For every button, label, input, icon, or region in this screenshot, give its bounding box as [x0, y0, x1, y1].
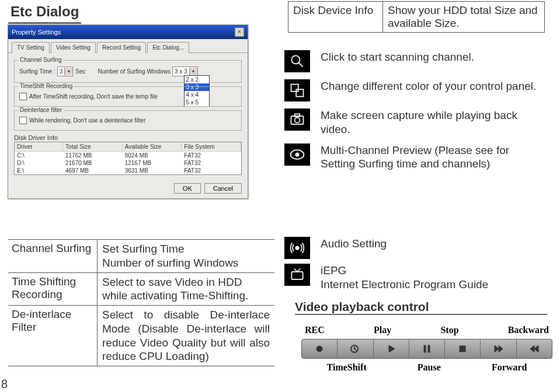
disk-device-info-table: Disk Device Info Show your HDD total Siz…: [288, 1, 545, 33]
timeshift-checkbox-label: After TimeShift recording, Don't save th…: [29, 93, 158, 100]
mini-table-desc: Show your HDD total Size and available S…: [383, 2, 545, 33]
cell-total: 21670 MB: [63, 159, 123, 167]
iepg-full: Internet Electronic Program Guide: [321, 278, 488, 290]
desc-scan-channel: Click to start scanning channel.: [321, 50, 474, 64]
iepg-label: iEPG: [321, 264, 346, 276]
def-definition: Select to disable De-interlace Mode (Dis…: [98, 306, 274, 366]
col-file-system: File System: [182, 142, 241, 152]
disk-driver-table: Driver Total Size Available Size File Sy…: [14, 142, 242, 175]
svg-rect-10: [291, 272, 302, 279]
cell-avail: 12167 MB: [123, 159, 182, 167]
iepg-icon: [284, 264, 310, 286]
cell-avail: 3631 MB: [123, 167, 182, 174]
dialog-body: Channel Surfing Surfing Time : 3 ▾ Sec N…: [8, 53, 248, 180]
forward-button[interactable]: [481, 340, 516, 358]
disk-table-row: C:\ 11762 MB 8024 MB FAT32: [15, 152, 241, 159]
cancel-button[interactable]: Cancel: [204, 183, 242, 194]
mini-table-term: Disk Device Info: [288, 2, 383, 33]
svg-rect-5: [295, 114, 300, 116]
surfing-time-value: 3: [60, 68, 63, 75]
desc-screen-capture: Make screen capture while playing back v…: [321, 108, 544, 136]
play-button[interactable]: [374, 340, 409, 358]
svg-point-9: [295, 246, 300, 250]
label-play: Play: [374, 325, 391, 335]
multichannel-preview-icon: [284, 144, 310, 166]
label-stop: Stop: [440, 325, 458, 335]
tab-video-setting[interactable]: Video Setting: [51, 42, 96, 53]
dialog-close-button[interactable]: ×: [235, 27, 244, 37]
tab-etc-dialog[interactable]: Etc Dialog...: [147, 42, 189, 53]
surfing-time-label: Surfing Time :: [19, 68, 55, 75]
legend-deinterlace: Deinterlace filter: [18, 107, 64, 113]
backward-button[interactable]: [517, 340, 552, 358]
fieldset-deinterlace: Deinterlace filter While rendering, Don'…: [14, 110, 242, 131]
color-panel-icon: [284, 79, 310, 102]
legend-channel-surfing: Channel Surfing: [18, 57, 64, 63]
svg-rect-15: [428, 345, 430, 352]
svg-rect-14: [424, 345, 426, 352]
svg-marker-19: [534, 345, 538, 352]
audio-setting-icon: [284, 237, 310, 259]
svg-point-6: [295, 118, 300, 123]
def-term: Channel Surfing: [8, 240, 98, 272]
video-playback-control: REC Play Stop Backward TimeShift Pause F…: [301, 325, 552, 373]
dialog-buttons: OK Cancel: [8, 180, 248, 198]
svg-marker-17: [495, 345, 499, 352]
icon-description-list: Click to start scanning channel. Change …: [284, 50, 544, 178]
dialog-title-text: Property Settings: [12, 29, 61, 36]
rec-button[interactable]: [302, 340, 338, 358]
fieldset-channel-surfing: Channel Surfing Surfing Time : 3 ▾ Sec N…: [14, 60, 242, 83]
svg-marker-18: [499, 345, 503, 352]
svg-point-8: [295, 152, 300, 156]
disk-table-row: E:\ 4697 MB 3631 MB FAT32: [15, 167, 241, 174]
tab-record-setting[interactable]: Record Setting: [97, 42, 146, 53]
svg-point-11: [316, 346, 322, 352]
def-term: De-interlace Filter: [8, 306, 98, 366]
disk-info-label: Disk Driver Info: [14, 134, 242, 141]
ok-button[interactable]: OK: [174, 183, 201, 194]
cell-fs: FAT32: [182, 159, 241, 167]
label-timeshift: TimeShift: [327, 362, 367, 373]
cell-fs: FAT32: [182, 152, 241, 159]
fieldset-timeshift-recording: TimeShift Recording After TimeShift reco…: [14, 86, 242, 107]
col-driver: Driver: [15, 142, 63, 152]
chevron-down-icon: ▾: [64, 68, 72, 75]
desc-change-color: Change different color of your control p…: [321, 79, 536, 93]
legend-timeshift: TimeShift Recording: [18, 83, 74, 89]
svg-marker-20: [530, 345, 534, 352]
disk-table-header: Driver Total Size Available Size File Sy…: [15, 142, 241, 152]
num-windows-value: 3 x 3: [175, 68, 187, 75]
svg-rect-2: [291, 85, 298, 92]
video-playback-heading: Video playback control: [295, 300, 429, 313]
timeshift-button[interactable]: [338, 340, 373, 358]
pause-button[interactable]: [409, 340, 445, 358]
cell-total: 4697 MB: [63, 167, 123, 174]
cell-avail: 8024 MB: [123, 152, 182, 159]
stop-button[interactable]: [445, 340, 481, 358]
surfing-time-unit: Sec: [75, 68, 85, 75]
magnify-icon: [284, 50, 310, 72]
svg-marker-13: [389, 345, 395, 352]
svg-point-0: [291, 55, 300, 64]
cell-driver: D:\: [15, 159, 63, 167]
desc-iepg: iEPG Internet Electronic Program Guide: [321, 264, 488, 292]
deinterlace-checkbox-label: While rendering, Don't use a deinterlace…: [29, 117, 145, 124]
surfing-time-select[interactable]: 3 ▾: [57, 66, 74, 76]
cell-driver: C:\: [15, 152, 63, 159]
def-term: Time Shifting Recording: [8, 273, 98, 306]
disk-table-row: D:\ 21670 MB 12167 MB FAT32: [15, 159, 241, 167]
dialog-tabs: TV Setting Video Setting Record Setting …: [8, 39, 248, 53]
cell-driver: E:\: [15, 167, 63, 174]
num-windows-option[interactable]: 2 x 2: [185, 76, 209, 83]
label-backward: Backward: [508, 325, 549, 335]
desc-multichannel-preview: Multi-Channel Preview (Please see for Se…: [321, 144, 544, 172]
chevron-down-icon: ▾: [189, 68, 197, 75]
definitions-table: Channel Surfing Set Surfing Time Number …: [8, 239, 274, 366]
label-rec: REC: [305, 325, 325, 335]
deinterlace-checkbox[interactable]: [19, 117, 27, 124]
cell-total: 11762 MB: [63, 152, 123, 159]
tab-tv-setting[interactable]: TV Setting: [12, 42, 50, 53]
cell-fs: FAT32: [182, 167, 241, 174]
camera-icon: [284, 108, 310, 131]
timeshift-checkbox[interactable]: [19, 93, 27, 100]
